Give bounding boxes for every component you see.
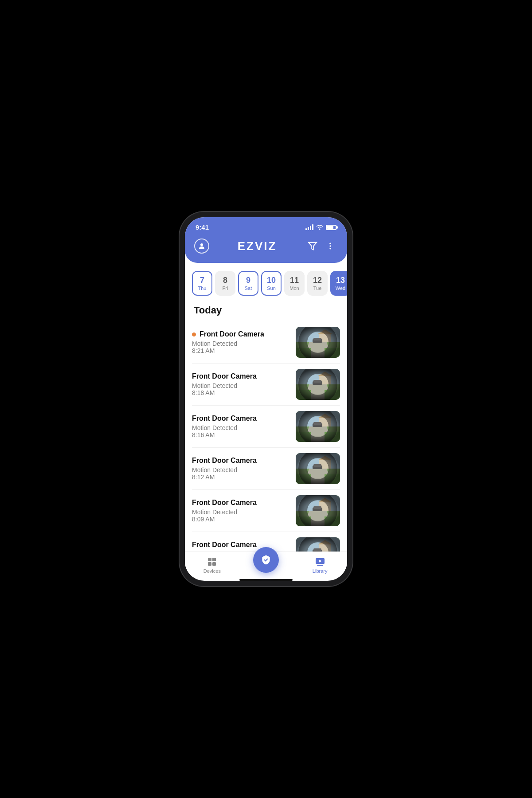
event-thumbnail[interactable] bbox=[296, 327, 340, 358]
content-area: 7Thu8Fri9Sat10Sun11Mon12Tue13Wed Today F… bbox=[185, 263, 347, 552]
library-label: Library bbox=[313, 568, 328, 574]
svg-rect-72 bbox=[212, 558, 216, 561]
event-list-item[interactable]: Front Door CameraMotion Detected8:12 AM bbox=[192, 448, 340, 490]
svg-rect-59 bbox=[296, 495, 340, 526]
wifi-icon bbox=[316, 224, 323, 231]
profile-avatar bbox=[194, 239, 209, 254]
event-type: Motion Detected bbox=[192, 424, 290, 431]
svg-point-2 bbox=[329, 243, 331, 244]
event-time: 8:16 AM bbox=[192, 431, 290, 438]
date-number: 11 bbox=[290, 276, 299, 286]
event-time: 8:09 AM bbox=[192, 516, 290, 523]
date-number: 7 bbox=[200, 276, 204, 286]
svg-rect-77 bbox=[317, 565, 323, 566]
app-logo: EZVIZ bbox=[238, 239, 277, 253]
date-item-9[interactable]: 9Sat bbox=[238, 271, 258, 296]
event-camera-name: Front Door Camera bbox=[192, 372, 290, 380]
filter-button[interactable] bbox=[305, 238, 321, 254]
svg-point-3 bbox=[329, 245, 331, 246]
phone-frame: 9:41 bbox=[180, 212, 352, 586]
event-camera-name: Front Door Camera bbox=[192, 457, 290, 465]
svg-rect-15 bbox=[296, 327, 340, 358]
date-number: 9 bbox=[246, 276, 250, 286]
date-day-label: Mon bbox=[289, 286, 299, 291]
event-camera-name: Front Door Camera bbox=[192, 415, 290, 422]
date-day-label: Thu bbox=[198, 286, 207, 291]
devices-label: Devices bbox=[203, 568, 221, 574]
date-item-7[interactable]: 7Thu bbox=[192, 271, 212, 296]
event-time: 8:21 AM bbox=[192, 347, 290, 354]
date-picker: 7Thu8Fri9Sat10Sun11Mon12Tue13Wed bbox=[185, 263, 347, 301]
date-item-13[interactable]: 13Wed bbox=[330, 271, 347, 296]
svg-rect-70 bbox=[296, 537, 340, 552]
event-thumbnail[interactable] bbox=[296, 411, 340, 442]
event-thumbnail[interactable] bbox=[296, 495, 340, 526]
date-day-label: Tue bbox=[313, 286, 322, 291]
event-type: Motion Detected bbox=[192, 382, 290, 389]
event-time: 8:12 AM bbox=[192, 473, 290, 481]
app-header: EZVIZ bbox=[185, 235, 347, 263]
date-item-12[interactable]: 12Tue bbox=[307, 271, 328, 296]
date-day-label: Fri bbox=[223, 286, 228, 291]
svg-point-0 bbox=[200, 243, 203, 246]
event-thumbnail[interactable] bbox=[296, 369, 340, 400]
date-day-label: Wed bbox=[336, 286, 345, 291]
svg-rect-73 bbox=[208, 562, 211, 566]
svg-rect-37 bbox=[296, 411, 340, 442]
svg-point-4 bbox=[329, 248, 331, 249]
date-item-11[interactable]: 11Mon bbox=[284, 271, 305, 296]
section-title: Today bbox=[185, 301, 347, 321]
event-type: Motion Detected bbox=[192, 340, 290, 347]
event-time: 8:18 AM bbox=[192, 389, 290, 396]
event-list-item[interactable]: Front Door CameraMotion Detected8:09 AM bbox=[192, 490, 340, 532]
date-number: 8 bbox=[223, 276, 227, 286]
event-list-item[interactable]: Front Door CameraMotion Detected8:21 AM bbox=[192, 321, 340, 364]
event-list: Front Door CameraMotion Detected8:21 AM … bbox=[185, 321, 347, 552]
date-number: 13 bbox=[336, 276, 345, 286]
event-camera-name: Front Door Camera bbox=[192, 541, 290, 549]
bottom-nav: Devices Library bbox=[185, 552, 347, 577]
date-day-label: Sat bbox=[245, 286, 252, 291]
date-number: 10 bbox=[267, 276, 276, 286]
profile-button[interactable] bbox=[194, 238, 210, 254]
nav-library[interactable]: Library bbox=[307, 556, 333, 574]
svg-rect-71 bbox=[208, 558, 211, 561]
battery-icon bbox=[326, 225, 336, 230]
active-dot bbox=[192, 332, 196, 336]
more-button[interactable] bbox=[322, 238, 338, 254]
svg-rect-26 bbox=[296, 369, 340, 400]
event-type: Motion Detected bbox=[192, 509, 290, 516]
svg-rect-74 bbox=[212, 562, 216, 566]
library-icon bbox=[315, 556, 325, 567]
home-indicator bbox=[239, 579, 293, 581]
date-number: 12 bbox=[313, 276, 322, 286]
status-icons bbox=[305, 224, 336, 231]
devices-icon bbox=[207, 556, 217, 567]
shield-check-icon bbox=[260, 554, 272, 566]
event-thumbnail[interactable] bbox=[296, 537, 340, 552]
event-camera-name: Front Door Camera bbox=[192, 499, 290, 507]
event-list-item[interactable]: Front Door CameraMotion Detected8:18 AM bbox=[192, 364, 340, 406]
svg-marker-1 bbox=[309, 243, 317, 250]
event-list-item[interactable]: Front Door CameraMotion Detected8:16 AM bbox=[192, 406, 340, 448]
date-item-8[interactable]: 8Fri bbox=[215, 271, 235, 296]
date-day-label: Sun bbox=[267, 286, 276, 291]
nav-devices[interactable]: Devices bbox=[199, 556, 225, 574]
event-thumbnail[interactable] bbox=[296, 453, 340, 484]
date-item-10[interactable]: 10Sun bbox=[261, 271, 282, 296]
svg-rect-48 bbox=[296, 453, 340, 484]
event-type: Motion Detected bbox=[192, 466, 290, 473]
status-time: 9:41 bbox=[196, 223, 209, 231]
phone-screen: 9:41 bbox=[185, 217, 347, 581]
event-camera-name: Front Door Camera bbox=[192, 330, 290, 338]
status-bar: 9:41 bbox=[185, 217, 347, 235]
fab-button[interactable] bbox=[253, 547, 279, 573]
signal-icon bbox=[305, 224, 313, 230]
